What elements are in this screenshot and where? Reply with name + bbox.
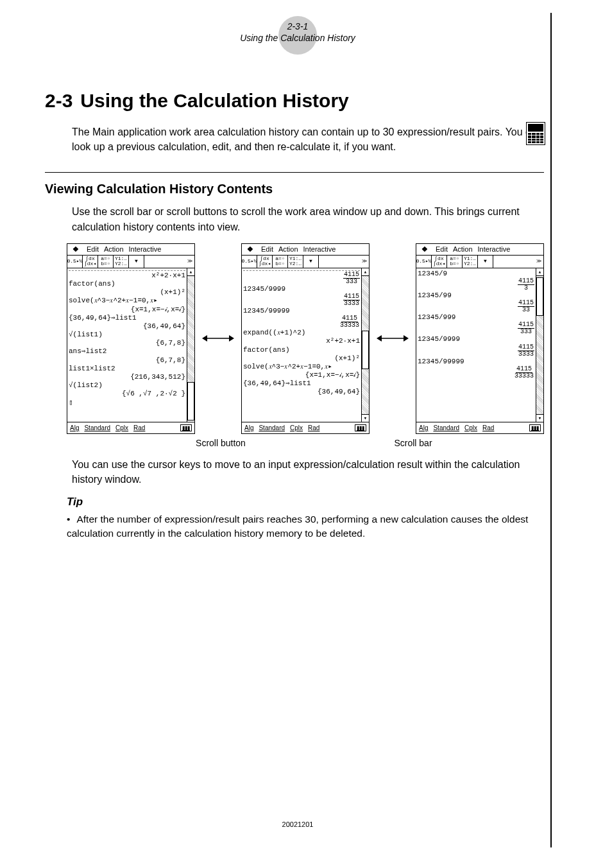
toolbar-button-2[interactable]: a=▫ b=▫ (273, 256, 288, 268)
toolbar-button-2[interactable]: a=▫ b=▫ (98, 256, 114, 268)
history-result[interactable]: 411533 (418, 300, 534, 313)
toolbar-button-4[interactable]: ▼ (129, 256, 144, 268)
menu-interactive[interactable]: Interactive (478, 245, 511, 253)
scroll-thumb[interactable] (362, 331, 369, 369)
scroll-down-button[interactable]: ▾ (536, 414, 543, 422)
history-result[interactable]: (x+1)² (243, 354, 360, 363)
history-result[interactable]: 41153333 (418, 344, 534, 358)
status-cplx[interactable]: Cplx (290, 424, 303, 431)
history-result[interactable]: {√6 ,√7 ,2·√2 } (69, 390, 185, 398)
menu-edit[interactable]: Edit (87, 245, 99, 253)
toolbar-button-2[interactable]: a=▫ b=▫ (447, 256, 463, 268)
history-result[interactable]: 41153333 (243, 293, 360, 307)
menu-action[interactable]: Action (453, 245, 473, 253)
scroll-up-button[interactable]: ▴ (187, 268, 194, 276)
history-result[interactable]: 411533333 (418, 366, 534, 379)
scroll-thumb[interactable] (187, 382, 194, 421)
history-result[interactable]: 411533333 (243, 315, 360, 329)
history-input[interactable]: solve(𝑥^3−𝑥^2+𝑥−1=0,𝑥▸ (69, 297, 185, 305)
status-rad[interactable]: Rad (482, 424, 494, 431)
history-result[interactable]: 4115333 (418, 322, 534, 335)
toolbar-button-0[interactable]: 0.5▸½ (242, 256, 257, 268)
history-input[interactable]: list1×list2 (69, 365, 185, 373)
menu-action[interactable]: Action (104, 245, 124, 253)
toolbar-button-3[interactable]: Y1:… Y2:… (114, 256, 129, 268)
history-input[interactable]: 12345/9999 (418, 335, 534, 343)
history-content[interactable]: x²+2·x+1factor(ans)(x+1)²solve(𝑥^3−𝑥^2+𝑥… (67, 268, 187, 422)
history-result[interactable]: {216,343,512} (69, 373, 185, 381)
toolbar-button-5[interactable]: ≫ (534, 256, 543, 268)
history-input[interactable]: 12345/9 (418, 270, 534, 278)
menu-edit[interactable]: Edit (261, 245, 273, 253)
toolbar-button-5[interactable]: ≫ (185, 256, 194, 268)
status-std[interactable]: Standard (433, 424, 459, 431)
history-input[interactable]: ans⇒list2 (69, 347, 185, 356)
toolbar-button-4[interactable]: ▼ (303, 256, 319, 268)
app-menu-icon[interactable]: ❖ (70, 245, 81, 254)
tip-heading: Tip (67, 496, 544, 508)
status-rad[interactable]: Rad (308, 424, 319, 431)
app-menu-icon[interactable]: ❖ (244, 245, 256, 254)
history-input[interactable]: √(list2) (69, 381, 185, 390)
history-input[interactable]: 12345/99999 (418, 358, 534, 366)
history-input[interactable]: {36,49,64}⇒list1 (69, 314, 185, 322)
history-result[interactable]: {6,7,8} (69, 356, 185, 365)
menu-edit[interactable]: Edit (436, 245, 448, 253)
scroll-track[interactable] (536, 276, 543, 414)
history-result[interactable]: {x=1,x=−𝒾,x=𝒾} (243, 371, 360, 379)
toolbar-button-1[interactable]: ∫dx ∫dx◂ (257, 256, 273, 268)
history-result[interactable]: 4115333 (243, 272, 360, 285)
history-input[interactable]: expand((𝑥+1)^2) (243, 329, 360, 337)
scroll-up-button[interactable]: ▴ (536, 268, 543, 276)
toolbar-button-3[interactable]: Y1:… Y2:… (288, 256, 303, 268)
menu-action[interactable]: Action (278, 245, 298, 253)
toolbar-button-0[interactable]: 0.5▸½ (416, 256, 432, 268)
scrollbar[interactable]: ▴ ▾ (187, 268, 194, 422)
toolbar-button-4[interactable]: ▼ (478, 256, 493, 268)
status-cplx[interactable]: Cplx (115, 424, 128, 431)
history-content[interactable]: 12345/94115312345/9941153312345/99941153… (416, 268, 536, 422)
calc-screenshot-mid: ❖ Edit Action Interactive 0.5▸½∫dx ∫dx◂a… (241, 243, 370, 434)
history-input[interactable]: 12345/9999 (243, 285, 360, 293)
status-std[interactable]: Standard (84, 424, 110, 431)
status-rad[interactable]: Rad (133, 424, 145, 431)
menubar: ❖ Edit Action Interactive (67, 244, 194, 256)
history-input[interactable]: √(list1) (69, 331, 185, 339)
status-alg[interactable]: Alg (244, 424, 253, 431)
scroll-down-button[interactable]: ▾ (362, 414, 369, 422)
scrollbar[interactable]: ▴ ▾ (361, 268, 369, 422)
history-input[interactable]: 12345/999 (418, 313, 534, 322)
status-alg[interactable]: Alg (70, 424, 79, 431)
history-result[interactable]: 41153 (418, 278, 534, 291)
scroll-track[interactable] (187, 276, 194, 414)
scroll-track[interactable] (362, 276, 369, 414)
toolbar-button-3[interactable]: Y1:… Y2:… (463, 256, 478, 268)
status-std[interactable]: Standard (259, 424, 285, 431)
history-input[interactable]: ▯ (69, 399, 185, 407)
status-cplx[interactable]: Cplx (464, 424, 477, 431)
history-input[interactable]: factor(ans) (69, 280, 185, 288)
scroll-up-button[interactable]: ▴ (362, 268, 369, 276)
history-result[interactable]: (x+1)² (69, 288, 185, 297)
toolbar-button-1[interactable]: ∫dx ∫dx◂ (83, 256, 98, 268)
toolbar-button-0[interactable]: 0.5▸½ (67, 256, 83, 268)
history-input[interactable]: factor(ans) (243, 346, 360, 354)
menu-interactive[interactable]: Interactive (129, 245, 162, 253)
history-input[interactable]: {36,49,64}⇒list1 (243, 379, 360, 388)
history-result[interactable]: x²+2·x+1 (243, 337, 360, 345)
history-result[interactable]: {36,49,64} (69, 322, 185, 331)
history-result[interactable]: x²+2·x+1 (69, 272, 185, 280)
history-input[interactable]: 12345/99 (418, 291, 534, 300)
toolbar-button-1[interactable]: ∫dx ∫dx◂ (432, 256, 447, 268)
toolbar-button-5[interactable]: ≫ (360, 256, 369, 268)
history-content[interactable]: 411533312345/99994115333312345/999994115… (242, 268, 361, 422)
scrollbar[interactable]: ▴ ▾ (536, 268, 543, 422)
history-result[interactable]: {x=1,x=−𝒾,x=𝒾} (69, 306, 185, 314)
menu-interactive[interactable]: Interactive (303, 245, 336, 253)
scroll-thumb[interactable] (536, 277, 543, 316)
history-result[interactable]: {6,7,8} (69, 339, 185, 347)
app-menu-icon[interactable]: ❖ (419, 245, 430, 254)
history-input[interactable]: solve(𝑥^3−𝑥^2+𝑥−1=0,𝑥▸ (243, 363, 360, 371)
history-result[interactable]: {36,49,64} (243, 388, 360, 396)
status-alg[interactable]: Alg (419, 424, 428, 431)
